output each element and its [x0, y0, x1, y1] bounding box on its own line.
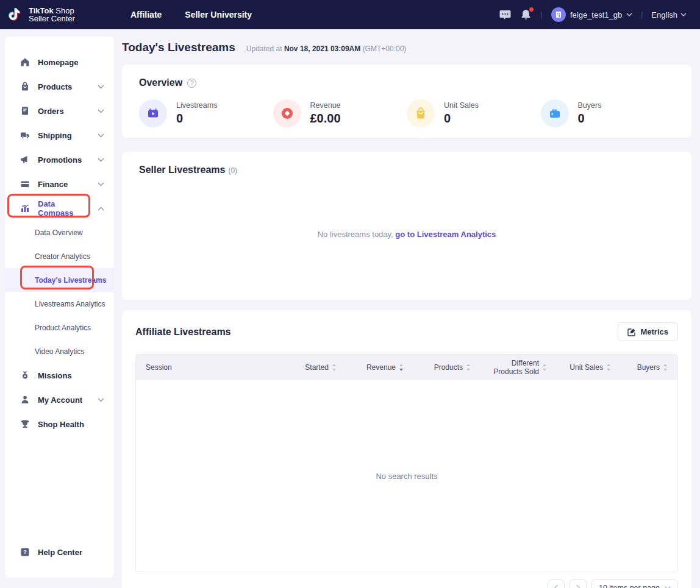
shop-health-trophy-icon [20, 419, 30, 429]
items-per-page-select[interactable]: 10 items per page [591, 579, 678, 588]
sidebar-subitem-livestreams-analytics[interactable]: Livestreams Analytics [5, 292, 114, 316]
sidebar-item-missions[interactable]: Missions [5, 363, 114, 388]
chevron-down-icon [98, 182, 104, 186]
no-results-text: No search results [376, 472, 437, 481]
column-header-revenue[interactable]: Revenue [346, 363, 413, 372]
updated-timestamp: Updated at Nov 18, 2021 03:09AM (GMT+00:… [246, 44, 407, 53]
language-selector[interactable]: English [651, 10, 687, 19]
sort-icon [466, 364, 471, 371]
sort-icon [332, 364, 337, 371]
nav-link-affiliate[interactable]: Affiliate [130, 10, 162, 19]
affiliate-table: Session Started Revenue Products Differe… [135, 354, 678, 572]
seller-livestreams-count: (0) [228, 166, 237, 175]
svg-text:?: ? [23, 549, 27, 555]
affiliate-livestreams-title: Affiliate Livestreams [135, 327, 231, 338]
sort-icon [542, 364, 547, 371]
logo-text: TikTok Shop Seller Center [29, 7, 75, 23]
sidebar-item-shipping[interactable]: Shipping [5, 123, 114, 147]
data-compass-chart-icon [20, 204, 30, 213]
divider: | [641, 10, 643, 19]
buyers-wallet-icon [541, 99, 569, 127]
sidebar-item-help-center[interactable]: ? Help Center [5, 540, 114, 564]
help-question-icon: ? [20, 547, 30, 557]
products-bag-icon [20, 82, 30, 91]
chevron-down-icon [98, 85, 104, 89]
finance-card-icon [20, 179, 30, 189]
column-header-unit-sales[interactable]: Unit Sales [557, 363, 621, 372]
sidebar-subitem-video-analytics[interactable]: Video Analytics [5, 339, 114, 363]
main-content: Today's Livestreams Updated at Nov 18, 2… [122, 37, 691, 588]
affiliate-livestreams-card: Affiliate Livestreams Metrics Session St… [122, 310, 691, 588]
tiktok-note-icon [9, 5, 23, 24]
column-header-different-products-sold[interactable]: Different Products Sold [480, 359, 557, 376]
metric-unit-sales: Unit Sales 0 [407, 99, 541, 127]
metric-revenue: Revenue £0.00 [273, 99, 407, 127]
table-empty-body: No search results [136, 380, 677, 572]
metric-livestreams: Livestreams 0 [139, 99, 273, 127]
sort-icon [606, 364, 611, 371]
sidebar: Homepage Products Orders Shipping Promot… [5, 37, 114, 578]
seller-livestreams-title: Seller Livestreams [139, 165, 225, 175]
column-header-buyers[interactable]: Buyers [621, 363, 677, 372]
overview-title: Overview [139, 77, 182, 88]
metric-buyers: Buyers 0 [541, 99, 675, 127]
sidebar-subitem-creator-analytics[interactable]: Creator Analytics [5, 244, 114, 268]
language-label: English [651, 10, 677, 19]
sort-icon-active-desc [399, 364, 404, 371]
chevron-up-icon [98, 207, 104, 211]
chevron-down-icon [98, 133, 104, 138]
seller-empty-state: No livestreams today, go to Livestream A… [122, 230, 691, 239]
chat-icon[interactable] [499, 9, 512, 21]
username: feige_test1_gb [570, 10, 622, 19]
column-header-started[interactable]: Started [282, 363, 346, 372]
table-header-row: Session Started Revenue Products Differe… [136, 355, 677, 380]
sidebar-subitem-data-overview[interactable]: Data Overview [5, 221, 114, 244]
sidebar-item-products[interactable]: Products [5, 74, 114, 99]
livestream-analytics-link[interactable]: go to Livestream Analytics [395, 230, 496, 239]
sidebar-item-data-compass[interactable]: Data Compass [5, 196, 114, 221]
seller-livestreams-card: Seller Livestreams(0) No livestreams tod… [122, 152, 691, 300]
top-navbar: TikTok Shop Seller Center Affiliate Sell… [0, 0, 700, 29]
pagination: 10 items per page [135, 579, 678, 588]
notification-badge [529, 7, 534, 12]
sidebar-subitem-todays-livestreams[interactable]: Today's Livestreams [5, 268, 114, 292]
bell-icon[interactable] [520, 9, 532, 21]
metric-value: 0 [444, 112, 479, 126]
page-title: Today's Livestreams [122, 41, 235, 54]
overview-card: Overview ? Livestreams 0 Revenue £0.00 [122, 65, 691, 138]
sidebar-item-promotions[interactable]: Promotions [5, 147, 114, 172]
pagination-next-button[interactable] [570, 579, 587, 588]
chevron-down-icon [98, 109, 104, 113]
metric-value: 0 [578, 112, 602, 126]
sidebar-item-homepage[interactable]: Homepage [5, 50, 114, 74]
metric-value: 0 [176, 112, 217, 126]
tiktok-shop-logo[interactable]: TikTok Shop Seller Center [0, 5, 130, 24]
account-person-icon [20, 395, 30, 405]
metrics-button[interactable]: Metrics [618, 322, 678, 341]
sidebar-item-orders[interactable]: Orders [5, 99, 114, 123]
column-header-session: Session [136, 363, 282, 372]
avatar [551, 7, 566, 22]
sidebar-item-shop-health[interactable]: Shop Health [5, 412, 114, 436]
revenue-coin-icon [273, 99, 301, 127]
sidebar-item-finance[interactable]: Finance [5, 172, 114, 196]
user-menu[interactable]: feige_test1_gb [551, 7, 632, 22]
home-icon [20, 57, 30, 67]
help-circle-icon[interactable]: ? [187, 79, 196, 88]
chevron-down-icon [98, 158, 104, 162]
sidebar-subitem-product-analytics[interactable]: Product Analytics [5, 316, 114, 339]
chevron-down-icon [98, 398, 104, 402]
shipping-truck-icon [20, 130, 30, 140]
metric-value: £0.00 [310, 112, 341, 126]
sidebar-item-my-account[interactable]: My Account [5, 388, 114, 412]
edit-icon [627, 328, 636, 336]
column-header-products[interactable]: Products [413, 363, 480, 372]
unit-sales-bag-icon [407, 99, 435, 127]
pagination-prev-button[interactable] [548, 579, 565, 588]
promotions-megaphone-icon [20, 155, 30, 165]
nav-link-seller-university[interactable]: Seller University [185, 10, 252, 19]
sort-icon [663, 364, 668, 371]
divider: | [541, 10, 543, 19]
livestream-tv-icon [139, 99, 167, 127]
orders-document-icon [20, 106, 30, 116]
